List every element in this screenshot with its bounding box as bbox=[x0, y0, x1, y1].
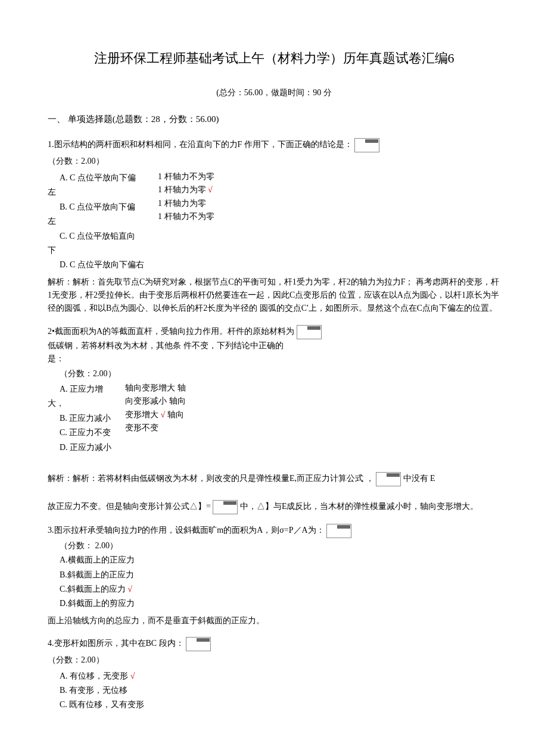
q3-opt-c: C.斜截面上的应力 √ bbox=[60, 583, 500, 596]
q3-opt-d: D.斜截面上的剪应力 bbox=[60, 597, 500, 610]
q1-text: 1.图示结构的两杆面积和材料相同，在沿直向下的力F 作用下，下面正确的结论是： bbox=[48, 138, 500, 152]
q1-analysis: 解析：解析：首先取节点C为研究对象，根据节点C的平衡可知，杆1受力为零，杆2的轴… bbox=[48, 276, 500, 315]
q2-a-p2a: 故正应力不变。但是轴向变形计算公式△】= bbox=[48, 502, 211, 511]
q2-ra2: 向变形减小 轴向 bbox=[125, 395, 186, 408]
q4-opt-c: C. 既有位移，又有变形 bbox=[60, 698, 500, 711]
q1-r1: 1 杆轴力不为零 bbox=[158, 170, 214, 183]
q2-opt-a-cont: 大， bbox=[48, 397, 125, 410]
figure-placeholder-icon bbox=[186, 637, 211, 651]
q2-a-p2b: 中，△】与E成反比，当木材的弹性模量减小时，轴向变形增大。 bbox=[240, 502, 479, 511]
figure-placeholder-icon bbox=[326, 524, 351, 538]
q2-l3: 是： bbox=[48, 354, 64, 363]
figure-placeholder-icon bbox=[297, 325, 322, 339]
q2-options: A. 正应力增 大， B. 正应力减小 C. 正应力不变 D. 正应力减小 轴向… bbox=[48, 382, 500, 455]
q2-opt-b: B. 正应力减小 bbox=[60, 412, 125, 425]
q2-l1: 2•截面面积为A的等截面直杆，受轴向拉力作用。杆件的原始材料为 bbox=[48, 327, 294, 336]
q1-text-content: 1.图示结构的两杆面积和材料相同，在沿直向下的力F 作用下，下面正确的结论是： bbox=[48, 140, 353, 149]
q2-text: 2•截面面积为A的等截面直杆，受轴向拉力作用。杆件的原始材料为 低碳钢，若将材料… bbox=[48, 325, 500, 366]
correct-mark-icon: √ bbox=[127, 585, 132, 593]
q1-r2-text: 1 杆轴力为零 bbox=[158, 185, 208, 194]
q1-score: （分数：2.00） bbox=[48, 155, 500, 168]
q3-text-content: 3.图示拉杆承受轴向拉力P的作用，设斜截面旷m的面积为A，则σ=P／A为： bbox=[48, 526, 325, 535]
q4-text-content: 4.变形杆如图所示，其中在BC 段内： bbox=[48, 639, 184, 648]
q1-options: A. C 点位平放向下偏 左 B. C 点位平放向下偏 左 C. C 点位平放铅… bbox=[48, 170, 500, 257]
q1-opt-a-cont: 左 bbox=[48, 186, 158, 199]
q4-score: （分数：2.00） bbox=[48, 654, 500, 667]
q3-analysis: 面上沿轴线方向的总应力，而不是垂直于斜截面的正应力。 bbox=[48, 614, 500, 627]
q2-rb-text2: 轴向 bbox=[165, 410, 184, 419]
q3-opt-a: A.横截面上的正应力 bbox=[60, 554, 500, 567]
correct-mark-icon: √ bbox=[208, 185, 213, 194]
page-title: 注册环保工程师基础考试上午（材料力学）历年真题试卷汇编6 bbox=[48, 48, 500, 68]
q4-opt-a: A. 有位移，无变形 √ bbox=[60, 670, 500, 683]
exam-meta: (总分：56.00，做题时间：90 分 bbox=[48, 86, 500, 99]
q3-score: （分数： 2.00） bbox=[60, 539, 500, 552]
q2-score: （分数：2.00） bbox=[60, 367, 500, 380]
q2-l2: 低碳钢，若将材料改为木材，其他条 件不变，下列结论中正确的 bbox=[48, 341, 284, 350]
figure-placeholder-icon bbox=[354, 138, 379, 152]
section-heading: 一、 单项选择题(总题数：28，分数：56.00) bbox=[48, 112, 500, 126]
q1-r3: 1 杆轴力为零 bbox=[158, 197, 214, 210]
q2-rb-text: 变形增大 bbox=[125, 410, 161, 419]
q2-options-right: 轴向变形增大 轴 向变形减小 轴向 变形增大 √ 轴向 变形不变 bbox=[125, 382, 186, 455]
q1-options-left: A. C 点位平放向下偏 左 B. C 点位平放向下偏 左 C. C 点位平放铅… bbox=[48, 170, 158, 257]
q2-rc: 变形不变 bbox=[125, 421, 186, 435]
q2-a-p1a: 解析：解析：若将材料由低碳钢改为木材，则改变的只是弹性模量E,而正应力计算公式 bbox=[48, 474, 363, 483]
q1-opt-b: B. C 点位平放向下偏 bbox=[60, 201, 158, 214]
q3-opt-c-text: C.斜截面上的应力 bbox=[60, 585, 127, 593]
q4-opt-b: B. 有变形，无位移 bbox=[60, 684, 500, 697]
q1-opt-c: C. C 点位平放铅直向 bbox=[60, 230, 158, 243]
q2-a-p1c: 中没有 E bbox=[403, 474, 435, 483]
q3-opt-b: B.斜截面上的正应力 bbox=[60, 568, 500, 582]
q2-opt-c: C. 正应力不变 bbox=[60, 426, 125, 439]
q1-opt-b-cont: 左 bbox=[48, 215, 158, 228]
q1-opt-c-cont: 下 bbox=[48, 244, 158, 257]
q2-opt-a: A. 正应力增 bbox=[60, 383, 125, 396]
q1-opt-d: D. C 点位平放向下偏右 bbox=[60, 258, 500, 271]
q4-text: 4.变形杆如图所示，其中在BC 段内： bbox=[48, 637, 500, 651]
q2-analysis: 解析：解析：若将材料由低碳钢改为木材，则改变的只是弹性模量E,而正应力计算公式 … bbox=[48, 472, 500, 514]
q1-options-right: 1 杆轴力不为零 1 杆轴力为零 √ 1 杆轴力为零 1 杆轴力不为零 bbox=[158, 170, 214, 257]
q3-text: 3.图示拉杆承受轴向拉力P的作用，设斜截面旷m的面积为A，则σ=P／A为： bbox=[48, 524, 500, 538]
correct-mark-icon: √ bbox=[130, 671, 135, 680]
q2-rb: 变形增大 √ 轴向 bbox=[125, 408, 186, 421]
q1-r2: 1 杆轴力为零 √ bbox=[158, 183, 214, 196]
q4-opt-a-text: A. 有位移，无变形 bbox=[60, 671, 130, 680]
q2-ra1: 轴向变形增大 轴 bbox=[125, 382, 186, 395]
q2-opt-d: D. 正应力减小 bbox=[60, 441, 125, 454]
q1-r4: 1 杆轴力不为零 bbox=[158, 210, 214, 223]
q2-options-left: A. 正应力增 大， B. 正应力减小 C. 正应力不变 D. 正应力减小 bbox=[48, 382, 125, 455]
q2-a-p1b: ， bbox=[366, 474, 374, 483]
formula-placeholder-icon bbox=[213, 500, 238, 514]
formula-placeholder-icon bbox=[376, 472, 401, 486]
q1-opt-a: A. C 点位平放向下偏 bbox=[60, 171, 158, 185]
